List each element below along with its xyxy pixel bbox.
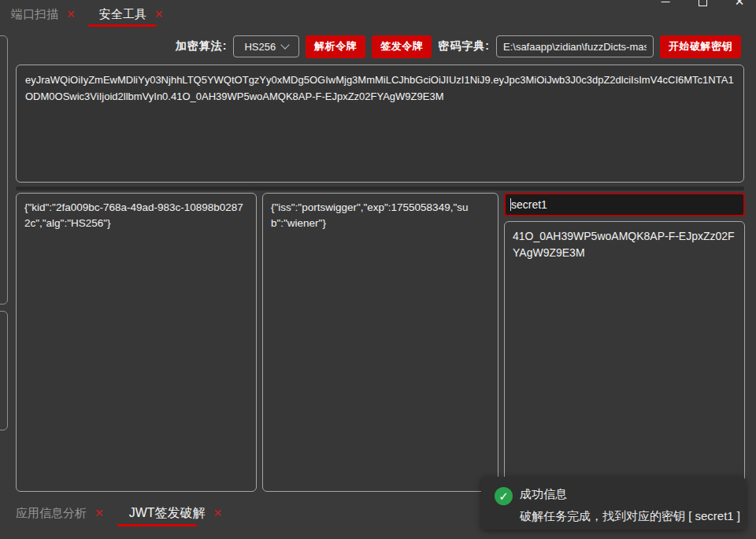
tab-security-tools[interactable]: 安全工具 ✕ bbox=[99, 7, 164, 22]
active-tab-underline bbox=[88, 24, 157, 27]
toast-title: 成功信息 bbox=[520, 487, 567, 502]
splitter-handle[interactable] bbox=[16, 186, 744, 190]
algorithm-select[interactable]: HS256 bbox=[233, 35, 299, 57]
tab-label: 安全工具 bbox=[99, 7, 146, 22]
text-caret bbox=[510, 198, 511, 211]
close-tab-icon[interactable]: ✕ bbox=[94, 507, 104, 519]
close-tab-icon[interactable]: ✕ bbox=[66, 8, 76, 20]
maximize-box bbox=[699, 0, 707, 6]
background-panel-sliver bbox=[0, 35, 8, 305]
toast-message: 破解任务完成，找到对应的密钥 [ secret1 ] bbox=[520, 509, 740, 524]
jwt-header-panel[interactable]: {"kid":"2fa009bc-768a-49ad-983c-10898b02… bbox=[16, 193, 257, 492]
maximize-icon[interactable] bbox=[695, 0, 710, 12]
success-check-icon: ✓ bbox=[495, 487, 513, 505]
dict-path-input[interactable] bbox=[496, 35, 654, 57]
secret-field-wrap bbox=[504, 193, 745, 216]
jwt-signature-panel[interactable]: 41O_0AH39WP5woAMQK8AP-F-EJpxZz02FYAgW9Z9… bbox=[504, 221, 745, 492]
chevron-down-icon bbox=[281, 40, 290, 49]
dict-label: 密码字典: bbox=[438, 39, 490, 54]
secret-input[interactable] bbox=[504, 193, 745, 216]
minimize-icon[interactable]: ─ bbox=[658, 0, 673, 11]
top-tab-bar: 端口扫描 ✕ 安全工具 ✕ bbox=[11, 5, 163, 24]
crack-key-button[interactable]: 开始破解密钥 bbox=[660, 35, 741, 58]
tab-port-scan[interactable]: 端口扫描 ✕ bbox=[11, 7, 76, 22]
tab-jwt-crack[interactable]: JWT签发破解 ✕ bbox=[129, 505, 223, 522]
bottom-tab-bar: 应用信息分析 ✕ JWT签发破解 ✕ bbox=[16, 504, 222, 522]
tab-label: 应用信息分析 bbox=[16, 506, 87, 521]
active-tab-underline bbox=[117, 524, 197, 526]
tab-app-info-analysis[interactable]: 应用信息分析 ✕ bbox=[16, 506, 104, 521]
tab-label: 端口扫描 bbox=[11, 7, 58, 22]
close-tab-icon[interactable]: ✕ bbox=[213, 507, 223, 519]
window-controls: ─ ✕ bbox=[658, 0, 747, 11]
close-tab-icon[interactable]: ✕ bbox=[154, 8, 164, 20]
parse-token-button[interactable]: 解析令牌 bbox=[306, 35, 365, 58]
jwt-toolbar: 加密算法: HS256 解析令牌 签发令牌 密码字典: 开始破解密钥 bbox=[176, 35, 741, 58]
background-panel-sliver bbox=[0, 311, 8, 430]
tab-label: JWT签发破解 bbox=[129, 505, 206, 522]
success-toast: ✓ 成功信息 破解任务完成，找到对应的密钥 [ secret1 ] bbox=[481, 477, 746, 530]
jwt-payload-panel[interactable]: {"iss":"portswigger","exp":1755058349,"s… bbox=[262, 193, 498, 492]
algorithm-label: 加密算法: bbox=[176, 39, 228, 54]
algorithm-value: HS256 bbox=[244, 41, 276, 53]
close-icon[interactable]: ✕ bbox=[732, 0, 747, 11]
app-window: 端口扫描 ✕ 安全工具 ✕ ─ ✕ 加密算法: HS256 解析令牌 签发令牌 … bbox=[0, 0, 756, 539]
sign-token-button[interactable]: 签发令牌 bbox=[372, 35, 432, 58]
jwt-token-textarea[interactable]: eyJraWQiOiIyZmEwMDliYy03NjhhLTQ5YWQtOTgz… bbox=[16, 65, 744, 183]
